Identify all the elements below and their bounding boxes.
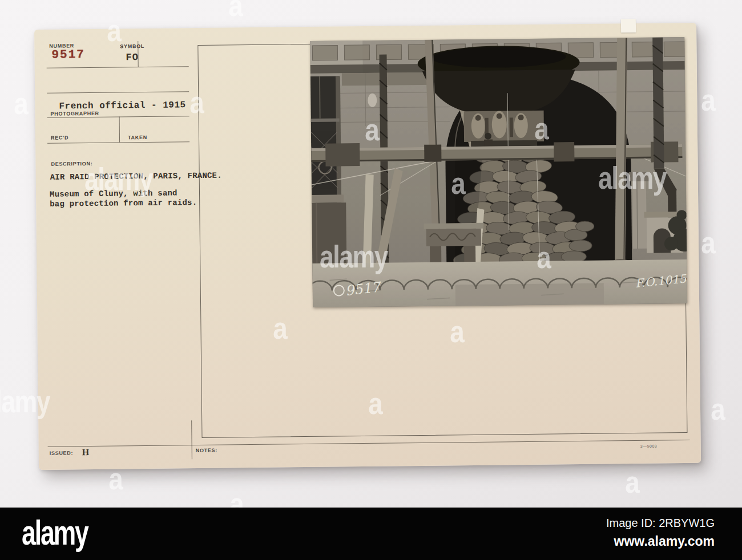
image-id-text: Image ID: 2RBYW1G — [606, 517, 715, 530]
photographer-value: French official - 1915 — [59, 100, 186, 111]
print-code: 3—5003 — [640, 444, 658, 448]
description-line: AIR RAID PROTECTION, PARIS, FRANCE. — [50, 171, 222, 182]
watermark-a: a — [701, 84, 716, 115]
page-background: NUMBER 9517 SYMBOL FO French official - … — [0, 0, 742, 560]
alamy-logo: alamy — [22, 512, 88, 553]
divider-line — [191, 420, 192, 459]
photographer-label: PHOTOGRAPHER — [50, 111, 99, 117]
footer-info: Image ID: 2RBYW1G www.alamy.com — [606, 517, 715, 549]
divider-line — [47, 141, 189, 144]
photo-index-card: NUMBER 9517 SYMBOL FO French official - … — [34, 23, 701, 470]
number-value: 9517 — [51, 48, 85, 62]
symbol-value: FO — [126, 52, 139, 63]
issued-label: ISSUED: — [50, 450, 74, 456]
divider-line — [119, 116, 120, 142]
notes-label: NOTES: — [196, 448, 217, 453]
issued-value: H — [82, 447, 90, 457]
divider-line — [48, 440, 690, 447]
watermark-a: a — [711, 393, 725, 424]
description-line: Museum of Cluny, with sand — [50, 188, 178, 198]
symbol-label: SYMBOL — [120, 43, 144, 49]
photo-illustration: 9517 F.O.1015 — [310, 37, 687, 307]
divider-line — [47, 66, 189, 68]
paper-sticker — [621, 19, 636, 33]
taken-label: TAKEN — [128, 135, 147, 140]
watermark-a: a — [228, 0, 243, 21]
description-line: bag protection from air raids. — [50, 198, 197, 209]
description-label: DESCRIPTION: — [51, 161, 92, 167]
watermark-a: a — [701, 227, 716, 258]
watermark-a: a — [14, 88, 29, 119]
divider-line — [47, 91, 189, 94]
watermark-a: a — [625, 466, 640, 497]
alamy-footer-bar: alamy Image ID: 2RBYW1G www.alamy.com — [0, 508, 742, 560]
recd-label: REC'D — [51, 135, 68, 140]
alamy-url-link[interactable]: www.alamy.com — [606, 534, 715, 549]
